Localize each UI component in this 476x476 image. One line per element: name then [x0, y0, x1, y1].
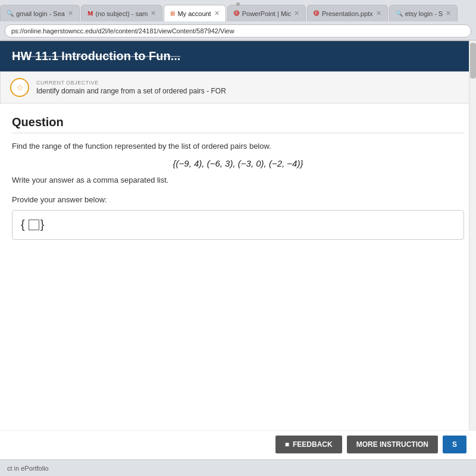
- instruction-text: Write your answer as a comma separated l…: [12, 176, 464, 184]
- tab-no-subject-close[interactable]: ✕: [151, 10, 156, 17]
- tab-presentation-close[interactable]: ✕: [376, 10, 381, 17]
- tab-gmail-label: gmail login - Sea: [16, 10, 65, 17]
- more-instruction-button[interactable]: MORE INSTRUCTION: [347, 436, 438, 453]
- close-brace: }: [40, 218, 45, 231]
- tab-my-account-label: My account: [177, 10, 211, 17]
- question-text: Find the range of the function represent…: [12, 140, 464, 152]
- objective-box: ☆ CURRENT OBJECTIVE Identify domain and …: [0, 71, 476, 104]
- office-icon: ⊞: [170, 10, 175, 17]
- camera-dot: [236, 2, 240, 6]
- tab-etsy[interactable]: 🔍 etsy login - S ✕: [389, 5, 458, 21]
- tab-my-account-close[interactable]: ✕: [214, 10, 220, 17]
- tab-presentation[interactable]: 🅟 Presentation.pptx ✕: [307, 5, 388, 21]
- feedback-button[interactable]: ■ FEEDBACK: [275, 436, 342, 453]
- main-content: Question Find the range of the function …: [0, 104, 476, 258]
- tab-powerpoint[interactable]: 🅟 PowerPoint | Mic ✕: [227, 5, 306, 21]
- tab-powerpoint-close[interactable]: ✕: [294, 10, 299, 17]
- browser-chrome: 🔍 gmail login - Sea ✕ M (no subject) - s…: [0, 0, 476, 41]
- scrollbar[interactable]: [469, 41, 476, 458]
- status-label: ct in ePortfolio: [7, 465, 49, 472]
- address-bar: [0, 21, 476, 40]
- answer-box[interactable]: { }: [12, 210, 464, 240]
- page-content: HW 11.1 Introduction to Fun... ☆ CURRENT…: [0, 41, 476, 476]
- math-expression: {(−9, 4), (−6, 3), (−3, 0), (−2, −4)}: [12, 158, 464, 168]
- tab-powerpoint-label: PowerPoint | Mic: [242, 10, 291, 17]
- tab-presentation-label: Presentation.pptx: [322, 10, 373, 17]
- objective-text: CURRENT OBJECTIVE Identify domain and ra…: [36, 80, 226, 95]
- answer-label: Provide your answer below:: [12, 195, 464, 204]
- tab-no-subject[interactable]: M (no subject) - sam ✕: [81, 5, 162, 21]
- objective-description: Identify domain and range from a set of …: [36, 87, 226, 95]
- tab-no-subject-label: (no subject) - sam: [95, 10, 148, 17]
- bottom-bar: ■ FEEDBACK MORE INSTRUCTION S: [0, 430, 476, 458]
- scroll-thumb[interactable]: [470, 43, 476, 79]
- open-brace: {: [21, 218, 25, 231]
- submit-button[interactable]: S: [443, 436, 466, 453]
- powerpoint-icon: 🅟: [234, 10, 240, 17]
- address-input[interactable]: [5, 24, 471, 37]
- answer-square-input[interactable]: [29, 220, 39, 230]
- star-icon: ☆: [16, 83, 24, 92]
- etsy-search-icon: 🔍: [396, 10, 403, 17]
- page-header: HW 11.1 Introduction to Fun...: [0, 41, 476, 71]
- objective-icon: ☆: [10, 78, 29, 97]
- tab-etsy-close[interactable]: ✕: [446, 10, 451, 17]
- tab-etsy-label: etsy login - S: [405, 10, 443, 17]
- feedback-icon: ■: [285, 440, 289, 449]
- search-icon: 🔍: [7, 10, 14, 17]
- tab-gmail[interactable]: 🔍 gmail login - Sea ✕: [0, 5, 80, 21]
- tab-my-account[interactable]: ⊞ My account ✕: [164, 5, 226, 21]
- tab-gmail-close[interactable]: ✕: [68, 10, 73, 17]
- status-bar: ct in ePortfolio: [0, 459, 476, 476]
- presentation-icon: 🅟: [314, 10, 320, 17]
- question-heading: Question: [12, 115, 464, 133]
- page-title: HW 11.1 Introduction to Fun...: [12, 49, 464, 63]
- gmail-icon: M: [87, 10, 93, 17]
- objective-label: CURRENT OBJECTIVE: [36, 80, 226, 86]
